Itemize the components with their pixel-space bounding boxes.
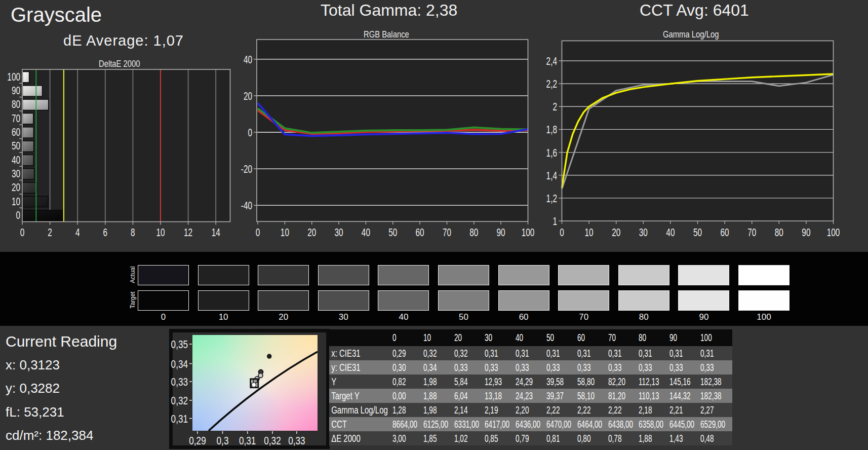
- svg-text:0,31: 0,31: [239, 434, 256, 447]
- svg-text:30: 30: [639, 226, 648, 238]
- svg-text:10: 10: [281, 226, 289, 238]
- svg-text:80: 80: [12, 98, 20, 110]
- svg-text:60: 60: [12, 126, 20, 138]
- svg-text:-20: -20: [241, 163, 252, 175]
- svg-text:100: 100: [522, 226, 535, 238]
- svg-text:50: 50: [388, 226, 397, 238]
- svg-text:20: 20: [244, 90, 252, 102]
- svg-text:0,35: 0,35: [171, 338, 188, 351]
- svg-text:14: 14: [212, 226, 220, 238]
- svg-text:0,29: 0,29: [189, 434, 206, 447]
- svg-text:20: 20: [612, 226, 620, 238]
- svg-text:100: 100: [827, 226, 840, 238]
- svg-text:30: 30: [12, 167, 20, 179]
- svg-text:0,3: 0,3: [217, 434, 229, 447]
- svg-text:0,32: 0,32: [264, 434, 281, 447]
- svg-text:60: 60: [416, 226, 424, 238]
- svg-text:70: 70: [747, 226, 756, 238]
- svg-text:1,4: 1,4: [546, 169, 557, 181]
- svg-text:1,8: 1,8: [546, 124, 557, 136]
- svg-text:0,34: 0,34: [171, 357, 188, 370]
- svg-text:40: 40: [362, 226, 370, 238]
- svg-text:-40: -40: [241, 200, 252, 212]
- svg-text:0: 0: [560, 226, 564, 238]
- svg-text:50: 50: [12, 140, 20, 152]
- svg-text:10: 10: [12, 195, 20, 207]
- svg-text:4: 4: [75, 226, 80, 238]
- svg-text:0,33: 0,33: [288, 434, 305, 447]
- svg-text:70: 70: [443, 226, 451, 238]
- svg-text:20: 20: [307, 226, 316, 238]
- svg-text:80: 80: [775, 226, 783, 238]
- svg-text:40: 40: [666, 226, 675, 238]
- svg-text:0: 0: [248, 126, 252, 138]
- svg-text:40: 40: [12, 154, 20, 166]
- svg-text:10: 10: [156, 226, 165, 238]
- svg-text:0,31: 0,31: [171, 413, 188, 425]
- svg-text:100: 100: [7, 70, 20, 83]
- svg-text:70: 70: [12, 112, 20, 124]
- svg-text:8: 8: [131, 226, 135, 238]
- svg-text:90: 90: [802, 226, 810, 238]
- svg-text:12: 12: [184, 226, 192, 238]
- svg-text:90: 90: [497, 226, 505, 238]
- svg-text:6: 6: [103, 226, 108, 238]
- svg-text:2: 2: [553, 101, 557, 113]
- svg-text:0: 0: [16, 209, 20, 221]
- svg-text:10: 10: [585, 226, 594, 238]
- svg-text:0,32: 0,32: [171, 394, 188, 407]
- svg-text:2,4: 2,4: [546, 55, 557, 67]
- svg-text:2: 2: [48, 226, 52, 238]
- svg-text:50: 50: [693, 226, 702, 238]
- svg-text:0,33: 0,33: [171, 376, 188, 388]
- svg-text:0: 0: [256, 226, 260, 238]
- svg-text:60: 60: [721, 226, 729, 238]
- svg-text:80: 80: [469, 226, 478, 238]
- svg-text:0: 0: [20, 226, 25, 238]
- svg-text:1,2: 1,2: [546, 192, 557, 204]
- svg-text:30: 30: [334, 226, 343, 238]
- svg-text:1,6: 1,6: [546, 146, 557, 159]
- svg-text:90: 90: [12, 84, 20, 96]
- svg-text:1: 1: [553, 215, 557, 227]
- svg-text:20: 20: [12, 181, 20, 194]
- svg-text:40: 40: [244, 53, 252, 65]
- svg-text:2,2: 2,2: [546, 78, 557, 90]
